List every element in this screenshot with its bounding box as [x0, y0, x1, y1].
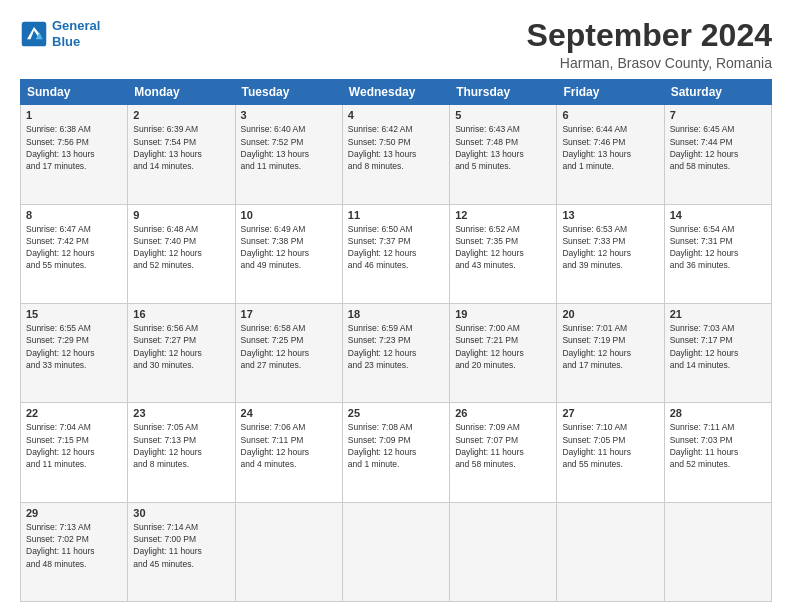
calendar-cell: 11Sunrise: 6:50 AMSunset: 7:37 PMDayligh…: [342, 204, 449, 303]
subtitle: Harman, Brasov County, Romania: [527, 55, 772, 71]
calendar-cell: 3Sunrise: 6:40 AMSunset: 7:52 PMDaylight…: [235, 105, 342, 204]
calendar-cell: 29Sunrise: 7:13 AMSunset: 7:02 PMDayligh…: [21, 502, 128, 601]
day-info: Sunrise: 6:39 AMSunset: 7:54 PMDaylight:…: [133, 123, 229, 172]
calendar-cell: 18Sunrise: 6:59 AMSunset: 7:23 PMDayligh…: [342, 303, 449, 402]
day-number: 15: [26, 308, 122, 320]
day-number: 8: [26, 209, 122, 221]
day-info: Sunrise: 6:53 AMSunset: 7:33 PMDaylight:…: [562, 223, 658, 272]
weekday-sunday: Sunday: [21, 80, 128, 105]
day-info: Sunrise: 6:52 AMSunset: 7:35 PMDaylight:…: [455, 223, 551, 272]
day-number: 17: [241, 308, 337, 320]
day-number: 9: [133, 209, 229, 221]
day-info: Sunrise: 7:08 AMSunset: 7:09 PMDaylight:…: [348, 421, 444, 470]
day-number: 21: [670, 308, 766, 320]
day-number: 1: [26, 109, 122, 121]
calendar-cell: 1Sunrise: 6:38 AMSunset: 7:56 PMDaylight…: [21, 105, 128, 204]
calendar-cell: 7Sunrise: 6:45 AMSunset: 7:44 PMDaylight…: [664, 105, 771, 204]
logo-icon: [20, 20, 48, 48]
calendar-cell: [235, 502, 342, 601]
day-info: Sunrise: 6:43 AMSunset: 7:48 PMDaylight:…: [455, 123, 551, 172]
calendar-week-1: 1Sunrise: 6:38 AMSunset: 7:56 PMDaylight…: [21, 105, 772, 204]
day-info: Sunrise: 7:13 AMSunset: 7:02 PMDaylight:…: [26, 521, 122, 570]
day-number: 23: [133, 407, 229, 419]
day-number: 12: [455, 209, 551, 221]
calendar-cell: 10Sunrise: 6:49 AMSunset: 7:38 PMDayligh…: [235, 204, 342, 303]
logo-line1: General: [52, 18, 100, 33]
calendar-cell: 2Sunrise: 6:39 AMSunset: 7:54 PMDaylight…: [128, 105, 235, 204]
day-info: Sunrise: 6:56 AMSunset: 7:27 PMDaylight:…: [133, 322, 229, 371]
calendar-cell: 4Sunrise: 6:42 AMSunset: 7:50 PMDaylight…: [342, 105, 449, 204]
day-info: Sunrise: 6:54 AMSunset: 7:31 PMDaylight:…: [670, 223, 766, 272]
logo-text: General Blue: [52, 18, 100, 49]
calendar-week-2: 8Sunrise: 6:47 AMSunset: 7:42 PMDaylight…: [21, 204, 772, 303]
calendar-week-4: 22Sunrise: 7:04 AMSunset: 7:15 PMDayligh…: [21, 403, 772, 502]
calendar-week-3: 15Sunrise: 6:55 AMSunset: 7:29 PMDayligh…: [21, 303, 772, 402]
calendar-cell: 6Sunrise: 6:44 AMSunset: 7:46 PMDaylight…: [557, 105, 664, 204]
day-number: 11: [348, 209, 444, 221]
header: General Blue September 2024 Harman, Bras…: [20, 18, 772, 71]
calendar-cell: 19Sunrise: 7:00 AMSunset: 7:21 PMDayligh…: [450, 303, 557, 402]
day-info: Sunrise: 6:55 AMSunset: 7:29 PMDaylight:…: [26, 322, 122, 371]
weekday-header-row: SundayMondayTuesdayWednesdayThursdayFrid…: [21, 80, 772, 105]
calendar-cell: 5Sunrise: 6:43 AMSunset: 7:48 PMDaylight…: [450, 105, 557, 204]
day-info: Sunrise: 6:48 AMSunset: 7:40 PMDaylight:…: [133, 223, 229, 272]
day-info: Sunrise: 7:00 AMSunset: 7:21 PMDaylight:…: [455, 322, 551, 371]
calendar-cell: 14Sunrise: 6:54 AMSunset: 7:31 PMDayligh…: [664, 204, 771, 303]
day-number: 27: [562, 407, 658, 419]
day-info: Sunrise: 7:09 AMSunset: 7:07 PMDaylight:…: [455, 421, 551, 470]
calendar-cell: 16Sunrise: 6:56 AMSunset: 7:27 PMDayligh…: [128, 303, 235, 402]
calendar-cell: 8Sunrise: 6:47 AMSunset: 7:42 PMDaylight…: [21, 204, 128, 303]
main-title: September 2024: [527, 18, 772, 53]
day-info: Sunrise: 7:14 AMSunset: 7:00 PMDaylight:…: [133, 521, 229, 570]
calendar-cell: [342, 502, 449, 601]
day-number: 6: [562, 109, 658, 121]
day-number: 2: [133, 109, 229, 121]
day-info: Sunrise: 6:44 AMSunset: 7:46 PMDaylight:…: [562, 123, 658, 172]
day-number: 4: [348, 109, 444, 121]
day-info: Sunrise: 7:05 AMSunset: 7:13 PMDaylight:…: [133, 421, 229, 470]
day-info: Sunrise: 6:47 AMSunset: 7:42 PMDaylight:…: [26, 223, 122, 272]
weekday-thursday: Thursday: [450, 80, 557, 105]
calendar-cell: 9Sunrise: 6:48 AMSunset: 7:40 PMDaylight…: [128, 204, 235, 303]
calendar-cell: [557, 502, 664, 601]
day-info: Sunrise: 6:38 AMSunset: 7:56 PMDaylight:…: [26, 123, 122, 172]
day-number: 20: [562, 308, 658, 320]
day-info: Sunrise: 7:01 AMSunset: 7:19 PMDaylight:…: [562, 322, 658, 371]
weekday-saturday: Saturday: [664, 80, 771, 105]
day-number: 26: [455, 407, 551, 419]
day-number: 30: [133, 507, 229, 519]
weekday-friday: Friday: [557, 80, 664, 105]
day-info: Sunrise: 7:11 AMSunset: 7:03 PMDaylight:…: [670, 421, 766, 470]
day-number: 18: [348, 308, 444, 320]
calendar-cell: 25Sunrise: 7:08 AMSunset: 7:09 PMDayligh…: [342, 403, 449, 502]
calendar-cell: 12Sunrise: 6:52 AMSunset: 7:35 PMDayligh…: [450, 204, 557, 303]
weekday-wednesday: Wednesday: [342, 80, 449, 105]
day-info: Sunrise: 6:50 AMSunset: 7:37 PMDaylight:…: [348, 223, 444, 272]
day-number: 28: [670, 407, 766, 419]
day-info: Sunrise: 6:45 AMSunset: 7:44 PMDaylight:…: [670, 123, 766, 172]
day-number: 29: [26, 507, 122, 519]
logo: General Blue: [20, 18, 100, 49]
day-info: Sunrise: 6:40 AMSunset: 7:52 PMDaylight:…: [241, 123, 337, 172]
weekday-tuesday: Tuesday: [235, 80, 342, 105]
calendar-cell: 26Sunrise: 7:09 AMSunset: 7:07 PMDayligh…: [450, 403, 557, 502]
logo-line2: Blue: [52, 34, 80, 49]
day-number: 16: [133, 308, 229, 320]
day-number: 7: [670, 109, 766, 121]
day-number: 24: [241, 407, 337, 419]
calendar-cell: 20Sunrise: 7:01 AMSunset: 7:19 PMDayligh…: [557, 303, 664, 402]
svg-rect-0: [22, 21, 47, 46]
day-number: 14: [670, 209, 766, 221]
day-number: 25: [348, 407, 444, 419]
calendar-cell: 22Sunrise: 7:04 AMSunset: 7:15 PMDayligh…: [21, 403, 128, 502]
day-number: 13: [562, 209, 658, 221]
calendar-cell: [450, 502, 557, 601]
day-info: Sunrise: 6:49 AMSunset: 7:38 PMDaylight:…: [241, 223, 337, 272]
calendar-cell: 28Sunrise: 7:11 AMSunset: 7:03 PMDayligh…: [664, 403, 771, 502]
calendar-cell: 23Sunrise: 7:05 AMSunset: 7:13 PMDayligh…: [128, 403, 235, 502]
day-info: Sunrise: 6:58 AMSunset: 7:25 PMDaylight:…: [241, 322, 337, 371]
day-info: Sunrise: 7:04 AMSunset: 7:15 PMDaylight:…: [26, 421, 122, 470]
calendar-cell: 27Sunrise: 7:10 AMSunset: 7:05 PMDayligh…: [557, 403, 664, 502]
calendar-cell: 30Sunrise: 7:14 AMSunset: 7:00 PMDayligh…: [128, 502, 235, 601]
calendar-cell: [664, 502, 771, 601]
